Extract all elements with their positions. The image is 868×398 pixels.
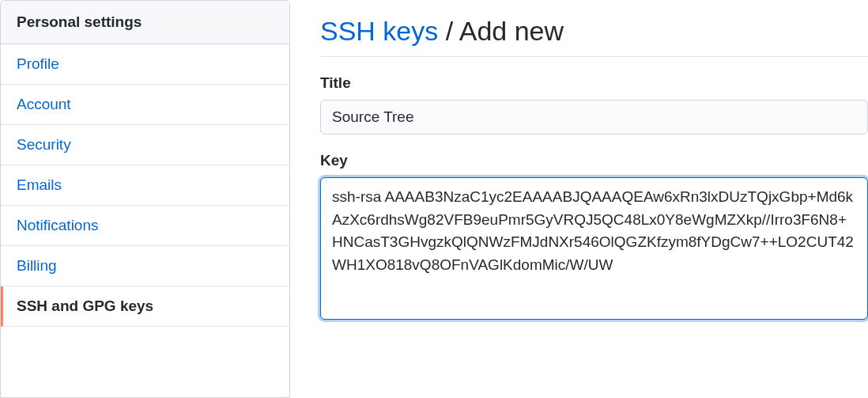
- form-group-title: Title: [320, 74, 868, 135]
- sidebar-item-account[interactable]: Account: [1, 85, 289, 125]
- sidebar-header: Personal settings: [1, 1, 289, 44]
- page-title-link[interactable]: SSH keys: [320, 16, 438, 46]
- sidebar-item-notifications[interactable]: Notifications: [1, 206, 289, 246]
- form-group-key: Key ssh-rsa AAAAB3NzaC1yc2EAAAABJQAAAQEA…: [320, 152, 868, 320]
- sidebar-item-profile[interactable]: Profile: [1, 44, 289, 85]
- key-label: Key: [320, 152, 868, 169]
- sidebar-item-security[interactable]: Security: [1, 125, 289, 165]
- title-input[interactable]: [320, 100, 868, 135]
- page-title-current: Add new: [459, 16, 564, 46]
- sidebar: Personal settings Profile Account Securi…: [0, 0, 290, 398]
- sidebar-item-billing[interactable]: Billing: [1, 246, 289, 286]
- page-title-separator: /: [438, 16, 459, 46]
- sidebar-item-ssh-gpg-keys[interactable]: SSH and GPG keys: [1, 286, 289, 327]
- main-content: SSH keys / Add new Title Key ssh-rsa AAA…: [290, 0, 868, 398]
- title-label: Title: [320, 74, 868, 92]
- page-title: SSH keys / Add new: [320, 16, 868, 57]
- sidebar-item-emails[interactable]: Emails: [1, 165, 289, 206]
- key-textarea[interactable]: ssh-rsa AAAAB3NzaC1yc2EAAAABJQAAAQEAw6xR…: [320, 177, 868, 320]
